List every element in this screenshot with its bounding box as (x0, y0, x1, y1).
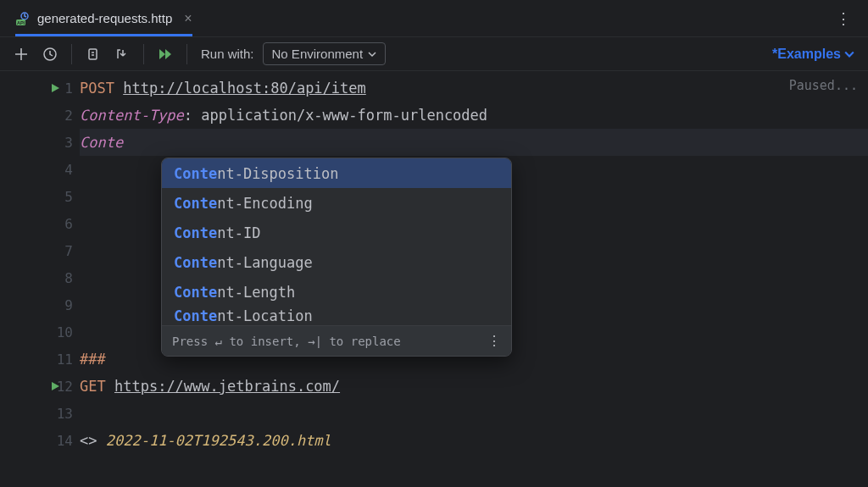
svg-rect-4 (89, 49, 97, 59)
chevron-down-icon (368, 50, 376, 58)
line-number: 10 (46, 324, 73, 340)
code-line[interactable]: Content-Type: application/x-www-form-url… (80, 102, 868, 129)
examples-dropdown[interactable]: *Examples (772, 47, 860, 62)
code-line[interactable]: POST http://localhost:80/api/item (80, 75, 868, 102)
tab-options-icon[interactable]: ⋮ (826, 9, 861, 28)
completion-item[interactable]: Content-Length (162, 277, 511, 307)
tab-title: generated-requests.http (37, 11, 172, 25)
code-line[interactable]: <> 2022-11-02T192543.200.html (80, 427, 868, 454)
gutter-line: 5 (0, 183, 80, 210)
toolbar-separator (186, 44, 187, 64)
completion-item[interactable]: Content-Encoding (162, 188, 511, 218)
gutter-line: 13 (0, 400, 80, 427)
completion-item[interactable]: Content-Location (162, 307, 511, 325)
code-line[interactable]: Conte (80, 129, 868, 156)
svg-text:API: API (17, 19, 25, 25)
completion-options-icon[interactable]: ⋮ (487, 333, 501, 349)
code-line[interactable] (80, 400, 868, 427)
file-tab[interactable]: API generated-requests.http × (7, 0, 201, 36)
gutter-line: 9 (0, 291, 80, 318)
import-button[interactable] (109, 42, 135, 67)
paused-label: Paused... (789, 78, 858, 93)
line-number: 2 (46, 108, 73, 124)
chevron-down-icon (844, 49, 854, 59)
toolbar-separator (143, 44, 144, 64)
line-number: 7 (46, 243, 73, 259)
gutter-line: 10 (0, 318, 80, 346)
line-number: 5 (46, 189, 73, 205)
http-file-icon: API (15, 11, 31, 26)
gutter-line: 2 (0, 102, 80, 129)
line-number: 6 (46, 216, 73, 232)
gutter-line: 6 (0, 210, 80, 237)
gutter: 1234567891011121314 (0, 71, 80, 487)
history-button[interactable] (37, 42, 63, 67)
run-with-label: Run with: (201, 47, 254, 61)
gutter-line: 14 (0, 427, 80, 454)
gutter-line: 8 (0, 264, 80, 291)
run-gutter-icon[interactable] (49, 82, 61, 94)
tab-bar: API generated-requests.http × ⋮ (0, 0, 868, 37)
completion-footer: Press ↵ to insert, →∣ to replace⋮ (162, 325, 511, 356)
completion-hint: Press ↵ to insert, →∣ to replace (172, 335, 401, 348)
completion-item[interactable]: Content-Language (162, 247, 511, 277)
environment-value: No Environment (272, 47, 364, 61)
active-tab-indicator (15, 34, 192, 36)
line-number: 14 (46, 433, 73, 449)
code-area[interactable]: Paused... POST http://localhost:80/api/i… (80, 71, 868, 487)
gutter-line: 7 (0, 237, 80, 264)
add-request-button[interactable] (8, 42, 34, 67)
line-number: 13 (46, 406, 73, 422)
completion-popup: Content-DispositionContent-EncodingConte… (161, 158, 512, 357)
close-icon[interactable]: × (184, 11, 192, 26)
environment-select[interactable]: No Environment (263, 42, 387, 65)
completion-item[interactable]: Content-Disposition (162, 158, 511, 188)
code-line[interactable]: GET https://www.jetbrains.com/ (80, 373, 868, 400)
line-number: 4 (46, 162, 73, 178)
toolbar: Run with: No Environment *Examples (0, 37, 868, 71)
examples-label: *Examples (772, 47, 841, 62)
line-number: 11 (46, 351, 73, 368)
line-number: 8 (46, 270, 73, 286)
run-all-button[interactable] (153, 42, 178, 67)
gutter-line: 3 (0, 129, 80, 156)
completion-item[interactable]: Content-ID (162, 218, 511, 247)
copy-button[interactable] (81, 42, 106, 67)
gutter-line: 11 (0, 346, 80, 373)
gutter-line: 1 (0, 75, 80, 102)
run-gutter-icon[interactable] (49, 380, 61, 392)
gutter-line: 12 (0, 373, 80, 400)
toolbar-separator (71, 44, 72, 64)
gutter-line: 4 (0, 156, 80, 183)
line-number: 3 (46, 135, 73, 151)
code-editor[interactable]: 1234567891011121314 Paused... POST http:… (0, 71, 868, 487)
line-number: 9 (46, 297, 73, 313)
